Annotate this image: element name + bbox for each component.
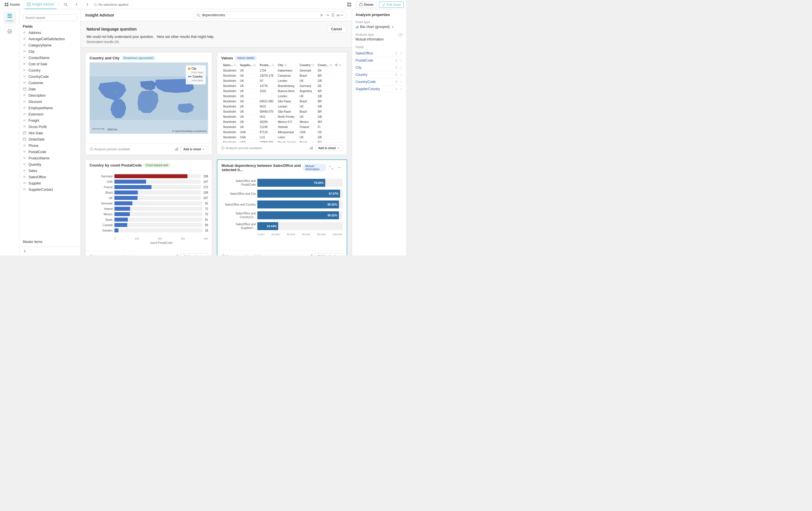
field-item-suppliercontact[interactable]: SupplierContact (20, 186, 81, 193)
rp-field-item-countrycode[interactable]: CountryCode (355, 79, 403, 86)
sidebar-master-icon[interactable] (3, 25, 16, 38)
field-item-countrycode[interactable]: CountryCode (20, 73, 81, 80)
field-item-salesoffice[interactable]: SalesOffice (20, 174, 81, 180)
grid-view-btn[interactable] (345, 0, 354, 9)
bar-row: Denmark 82 (97, 201, 208, 205)
col-search-icon[interactable] (284, 64, 287, 67)
drag-handle-icon[interactable] (399, 87, 403, 91)
field-name-label: CategoryName (29, 43, 52, 47)
field-item-orderdate[interactable]: OrderDate (20, 136, 81, 143)
chart-type-value[interactable]: Bar chart (grouped) (355, 25, 403, 29)
mi-axis-tick: 100.00% (332, 233, 343, 236)
field-item-cost-of-sale[interactable]: Cost of Sale (20, 61, 81, 67)
insight-advisor-nav[interactable]: Insight Advisor (25, 0, 57, 9)
field-item-quantity[interactable]: Quantity (20, 161, 81, 168)
col-search-icon[interactable] (329, 64, 332, 67)
bar-value: 107 (203, 197, 208, 200)
svg-point-6 (64, 3, 66, 5)
field-item-description[interactable]: Description (20, 92, 81, 99)
field-name-label: City (29, 50, 34, 54)
field-item-employeename[interactable]: EmployeeName (20, 105, 81, 111)
chart2-share-icon[interactable] (309, 146, 313, 150)
col-search-icon[interactable] (271, 64, 274, 67)
table-cell: 14776 (258, 84, 276, 89)
chevron-right-small-icon (395, 52, 398, 55)
svg-point-145 (338, 168, 338, 168)
chart3-add-to-sheet-btn[interactable]: Add to sheet (180, 253, 208, 256)
col-search-icon[interactable] (253, 64, 256, 67)
nav-analyze[interactable] (61, 0, 70, 9)
field-item-gross-profit[interactable]: Gross Profit (20, 124, 81, 130)
field-item-address[interactable]: Address (20, 30, 81, 36)
chart4-add-to-sheet-btn[interactable]: Add to sheet (315, 253, 343, 256)
drag-handle-icon[interactable] (399, 52, 403, 55)
rp-field-item-postalcode[interactable]: PostalCode (355, 57, 403, 64)
mic-icon[interactable] (331, 13, 335, 17)
chart4-share-icon[interactable] (309, 254, 313, 256)
rp-field-item-city[interactable]: City (355, 64, 403, 71)
chart1-add-to-sheet-btn[interactable]: Add to sheet (180, 146, 208, 152)
field-item-supplier[interactable]: Supplier (20, 180, 81, 186)
field-item-postalcode[interactable]: PostalCode (20, 149, 81, 155)
field-item-country[interactable]: Country (20, 67, 81, 73)
mi-track: 95.62% (257, 201, 343, 208)
rp-field-item-country[interactable]: Country (355, 71, 403, 79)
field-item-averagecallsatisfaction[interactable]: AverageCallSatisfaction (20, 36, 81, 42)
field-item-city[interactable]: City (20, 49, 81, 55)
field-item-discount[interactable]: Discount (20, 99, 81, 105)
mi-row: SalesOffice and City 97.07% (222, 190, 343, 198)
rp-field-icons (395, 80, 403, 84)
field-item-contactname[interactable]: ContactName (20, 55, 81, 61)
field-item-productname[interactable]: ProductName (20, 155, 81, 161)
rp-field-item-suppliercountry[interactable]: SupplierCountry (355, 86, 403, 93)
sidebar-fields-icon[interactable]: Fields (3, 11, 16, 24)
help-icon[interactable]: ? (399, 33, 403, 37)
field-item-categoryname[interactable]: CategoryName (20, 42, 81, 49)
field-item-extension[interactable]: Extension (20, 111, 81, 118)
assets-nav[interactable]: Assets (2, 0, 22, 9)
field-text-icon (23, 37, 27, 41)
svg-rect-2 (5, 5, 6, 6)
search-input[interactable]: dependencies (202, 13, 316, 17)
field-name-label: ProductName (29, 156, 49, 160)
chart2-add-to-sheet-btn[interactable]: Add to sheet (315, 145, 343, 151)
col-search-icon[interactable] (338, 64, 341, 67)
edit-sheet-btn[interactable]: Edit sheet (379, 1, 404, 8)
field-item-hire-date[interactable]: Hire Date (20, 130, 81, 136)
drag-handle-icon[interactable] (399, 59, 403, 62)
svg-line-126 (235, 66, 236, 66)
field-item-sales[interactable]: Sales (20, 168, 81, 174)
svg-line-132 (286, 66, 287, 66)
drag-handle-icon[interactable] (399, 66, 403, 69)
table-cell: Stockholm (221, 79, 238, 84)
expand-icon[interactable] (328, 164, 335, 171)
cancel-button[interactable]: Cancel (327, 26, 346, 32)
field-item-freight[interactable]: Freight (20, 118, 81, 124)
search-bar: dependencies en (193, 11, 347, 19)
field-item-date[interactable]: Date (20, 86, 81, 92)
col-search-icon[interactable] (234, 64, 236, 67)
language-selector[interactable]: en (337, 13, 344, 17)
field-item-customer[interactable]: Customer (20, 80, 81, 86)
chart1-share-icon[interactable] (175, 147, 179, 151)
bar-value: 18 (205, 229, 208, 232)
nav-back[interactable] (72, 0, 81, 9)
col-search-icon[interactable] (312, 64, 314, 67)
collapse-panel-btn[interactable] (20, 247, 81, 256)
svg-point-166 (400, 74, 401, 74)
clear-icon[interactable] (320, 13, 323, 17)
master-items-link[interactable]: Master items (20, 237, 81, 247)
more-options-icon[interactable] (336, 164, 343, 171)
rp-field-item-salesoffice[interactable]: SalesOffice (355, 50, 403, 57)
chart2-header: Values Values (table) (217, 53, 347, 62)
chart3-share-icon[interactable] (175, 254, 179, 256)
sheets-btn[interactable]: Sheets (356, 1, 377, 8)
submit-icon[interactable] (325, 13, 329, 17)
field-text-icon (23, 93, 27, 97)
field-item-phone[interactable]: Phone (20, 143, 81, 149)
search-assets-input[interactable] (23, 14, 77, 21)
svg-point-176 (400, 89, 401, 90)
drag-handle-icon[interactable] (399, 80, 403, 84)
nav-forward[interactable] (83, 0, 92, 9)
drag-handle-icon[interactable] (399, 73, 403, 77)
